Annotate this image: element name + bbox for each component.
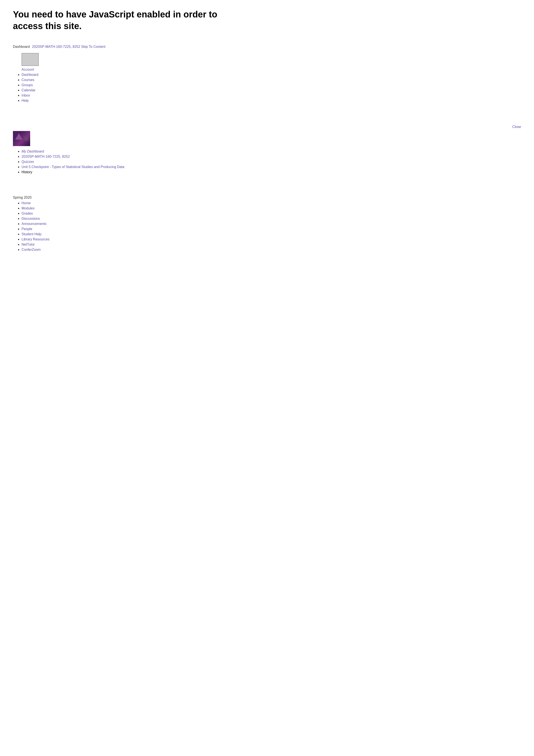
breadcrumb-trail-quiz-link[interactable]: Unit 5 Checkpoint - Types of Statistical…	[21, 165, 124, 169]
course-nav-item-announcements: Announcements	[21, 222, 521, 226]
course-nav-student-help-link[interactable]: Student Help	[21, 232, 41, 236]
user-profile-avatar	[13, 131, 30, 146]
course-nav-item-library-resources: Library Resources	[21, 237, 521, 241]
course-nav-modules-link[interactable]: Modules	[21, 206, 35, 210]
breadcrumb-trail-item-quiz: Unit 5 Checkpoint - Types of Statistical…	[21, 165, 521, 169]
breadcrumb-trail-item-history: History	[21, 170, 521, 174]
global-nav-account-link[interactable]: Account	[21, 68, 34, 71]
close-button[interactable]: Close	[13, 125, 521, 129]
course-nav-item-home: Home	[21, 201, 521, 205]
breadcrumb-trail-item-dashboard: My Dashboard	[21, 149, 521, 153]
course-semester-label: Spring 2020	[13, 196, 521, 200]
breadcrumb: Dashboard 2020SP-MATH-160-7225, 8252 Ski…	[13, 45, 521, 49]
course-nav-item-grades: Grades	[21, 212, 521, 215]
breadcrumb-trail-dashboard-link[interactable]: My Dashboard	[21, 149, 44, 153]
global-nav-courses-link[interactable]: Courses	[21, 78, 35, 82]
breadcrumb-trail-list: My Dashboard 2020SP-MATH-160-7225, 8252 …	[13, 149, 521, 174]
global-nav-item-courses: Courses	[21, 78, 521, 82]
course-nav-announcements-link[interactable]: Announcements	[21, 222, 46, 226]
course-nav-grades-link[interactable]: Grades	[21, 212, 33, 215]
global-nav-item-help: Help	[21, 99, 521, 102]
course-nav-item-student-help: Student Help	[21, 232, 521, 236]
breadcrumb-trail-item-quizzes: Quizzes	[21, 160, 521, 164]
global-nav-item-dashboard: Dashboard	[21, 73, 521, 77]
global-nav-avatar-item: Account	[21, 53, 521, 71]
course-nav-item-conferzoom: ConferZoom	[21, 248, 521, 252]
global-nav-item-inbox: Inbox	[21, 94, 521, 97]
course-nav-people-link[interactable]: People	[21, 227, 32, 231]
course-nav-list: Home Modules Grades Discussions Announce…	[13, 201, 521, 252]
global-nav-inbox-link[interactable]: Inbox	[21, 94, 30, 97]
course-nav-item-people: People	[21, 227, 521, 231]
global-nav-item-groups: Groups	[21, 83, 521, 87]
course-nav-conferzoom-link[interactable]: ConferZoom	[21, 248, 41, 252]
course-nav-item-modules: Modules	[21, 206, 521, 210]
global-nav-groups-link[interactable]: Groups	[21, 83, 33, 87]
global-nav-list: Account Dashboard Courses Groups Calenda…	[13, 53, 521, 108]
close-button-area: Close	[13, 125, 521, 129]
course-nav-item-discussions: Discussions	[21, 217, 521, 221]
global-nav-empty-item	[21, 104, 521, 108]
global-nav-calendar-link[interactable]: Calendar	[21, 88, 36, 92]
course-nav-nettutor-link[interactable]: NetTutor	[21, 243, 35, 246]
breadcrumb-trail-course-link[interactable]: 2020SP-MATH-160-7225, 8252	[21, 155, 70, 158]
course-nav-home-link[interactable]: Home	[21, 201, 31, 205]
page-main-heading: You need to have JavaScript enabled in o…	[13, 9, 521, 32]
breadcrumb-trail-quizzes-link[interactable]: Quizzes	[21, 160, 34, 164]
avatar-placeholder	[21, 53, 39, 66]
global-nav-dashboard-link[interactable]: Dashboard	[21, 73, 38, 76]
breadcrumb-dashboard-label: Dashboard	[13, 45, 30, 48]
breadcrumb-trail-item-course: 2020SP-MATH-160-7225, 8252	[21, 155, 521, 159]
breadcrumb-course-link[interactable]: 2020SP-MATH-160-7225, 8252 Skip To Conte…	[32, 45, 106, 48]
course-nav-item-nettutor: NetTutor	[21, 243, 521, 247]
global-nav-item-calendar: Calendar	[21, 88, 521, 92]
global-nav-help-link[interactable]: Help	[21, 99, 29, 102]
course-nav-discussions-link[interactable]: Discussions	[21, 217, 40, 220]
course-nav-library-resources-link[interactable]: Library Resources	[21, 237, 50, 241]
